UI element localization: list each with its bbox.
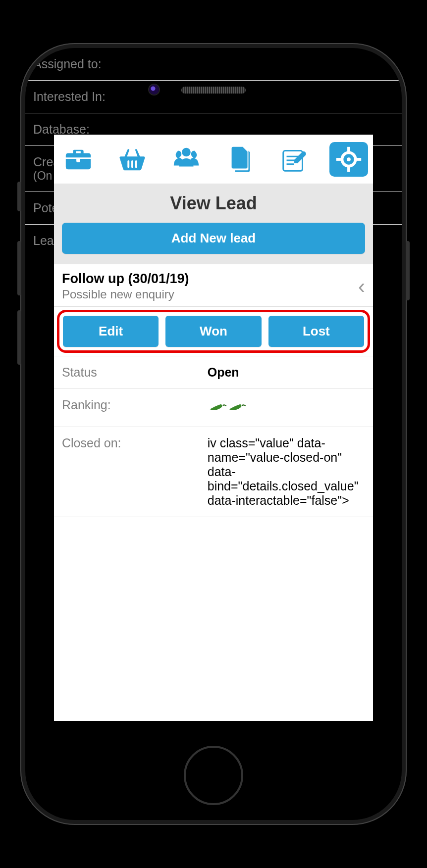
row-assigned-to: Assigned to: Joe Bloggs bbox=[25, 48, 402, 81]
svg-point-5 bbox=[347, 157, 351, 161]
nav-basket[interactable] bbox=[113, 142, 152, 177]
people-icon bbox=[171, 144, 202, 175]
nav-briefcase[interactable] bbox=[59, 142, 98, 177]
basket-icon bbox=[117, 144, 148, 175]
lost-button[interactable]: Lost bbox=[268, 316, 364, 347]
label-ranking: Ranking: bbox=[62, 398, 208, 412]
label-closed-on: Closed on: bbox=[62, 436, 208, 450]
row-status: Status Open bbox=[54, 356, 373, 389]
action-buttons-section: Edit Won Lost bbox=[54, 307, 373, 356]
phone-earpiece bbox=[181, 87, 246, 94]
svg-rect-6 bbox=[347, 147, 350, 152]
svg-rect-7 bbox=[347, 167, 350, 172]
label-interested-in: Interested In: bbox=[33, 90, 206, 104]
page-header: View Lead Add New lead bbox=[54, 184, 373, 264]
nav-documents[interactable] bbox=[221, 142, 260, 177]
lead-subtitle: Possible new enquiry bbox=[62, 288, 354, 301]
value-assigned-to: Joe Bloggs bbox=[206, 57, 394, 71]
label-status: Status bbox=[62, 365, 208, 380]
row-ranking: Ranking: bbox=[54, 389, 373, 427]
won-button[interactable]: Won bbox=[165, 316, 261, 347]
nav-target[interactable] bbox=[329, 142, 368, 177]
top-nav bbox=[54, 135, 373, 184]
value-ranking bbox=[208, 398, 365, 418]
nav-compose[interactable] bbox=[275, 142, 314, 177]
label-assigned-to: Assigned to: bbox=[33, 57, 206, 71]
edit-button[interactable]: Edit bbox=[63, 316, 159, 347]
svg-rect-9 bbox=[356, 158, 361, 161]
app-screen: View Lead Add New lead Follow up (30/01/… bbox=[54, 135, 373, 721]
row-closed-on: Closed on: iv class="value" data-name="v… bbox=[54, 427, 373, 517]
lead-summary[interactable]: Follow up (30/01/19) Possible new enquir… bbox=[54, 264, 373, 307]
value-status: Open bbox=[208, 365, 365, 380]
lead-title: Follow up (30/01/19) bbox=[62, 271, 354, 287]
nav-people[interactable] bbox=[167, 142, 206, 177]
documents-icon bbox=[225, 144, 256, 175]
add-new-lead-button[interactable]: Add New lead bbox=[62, 223, 365, 254]
chilli-icon bbox=[222, 395, 248, 421]
phone-camera bbox=[149, 85, 159, 95]
svg-rect-8 bbox=[336, 158, 341, 161]
chevron-left-icon[interactable]: ‹ bbox=[354, 275, 365, 298]
phone-home-button[interactable] bbox=[184, 746, 243, 805]
briefcase-icon bbox=[63, 144, 94, 175]
target-icon bbox=[333, 144, 364, 175]
page-title: View Lead bbox=[62, 193, 365, 214]
row-interested-in: Interested In: Salestracker bbox=[25, 81, 402, 113]
compose-icon bbox=[279, 144, 310, 175]
